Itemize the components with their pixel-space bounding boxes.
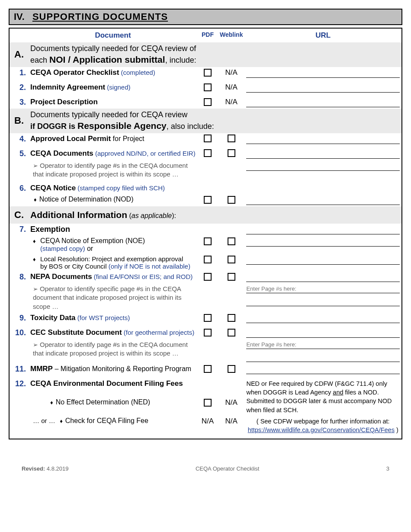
group-b-row: B. Documents typically needed for CEQA r… xyxy=(10,109,401,133)
group-b-letter: B. xyxy=(10,109,29,133)
url-field[interactable] xyxy=(246,314,400,323)
checkbox-icon[interactable] xyxy=(228,135,235,142)
url-field[interactable] xyxy=(246,150,400,159)
row-1: 1. CEQA Operator Checklist (completed) N… xyxy=(10,67,401,79)
group-b-line2: if DOGGR is Responsible Agency, also inc… xyxy=(30,120,400,131)
url-field[interactable] xyxy=(246,162,400,171)
url-field[interactable] xyxy=(246,69,400,78)
checkbox-icon[interactable] xyxy=(228,329,235,337)
url-field[interactable] xyxy=(246,365,400,374)
row-6-bullet: ♦Notice of Determination (NOD) xyxy=(10,194,401,206)
row-3: 3. Project Description N/A xyxy=(10,96,401,109)
url-field[interactable] xyxy=(246,298,400,306)
row-5: 5. CEQA Documents (approved ND/ND, or ce… xyxy=(10,148,401,160)
url-field[interactable] xyxy=(246,226,400,234)
hdr-document: Document xyxy=(29,29,197,42)
checkbox-icon[interactable] xyxy=(204,149,212,157)
checkbox-icon[interactable] xyxy=(228,314,235,322)
group-a-row: A. Documents typically needed for CEQA r… xyxy=(10,42,401,67)
checkbox-icon[interactable] xyxy=(204,365,212,373)
checkbox-icon[interactable] xyxy=(228,365,235,373)
checkbox-icon[interactable] xyxy=(228,149,235,157)
checkbox-icon[interactable] xyxy=(204,237,212,245)
hdr-url: URL xyxy=(244,29,401,42)
arrow-icon: ➢ xyxy=(33,285,38,292)
fee-note: NED or Fee required by CDFW (F&GC 711.4)… xyxy=(246,379,400,414)
checkbox-icon[interactable] xyxy=(204,98,212,106)
checkbox-icon[interactable] xyxy=(204,196,212,204)
row-8-sub: ➢Operator to identify specific page #s i… xyxy=(10,283,401,312)
checkbox-icon[interactable] xyxy=(204,256,212,263)
group-c-row: C. Additional Information (as applicable… xyxy=(10,206,401,224)
row-11: 11. MMRP – Mitigation Monitoring & Repor… xyxy=(10,363,401,375)
fee-see-also: ( See CDFW webpage for further informati… xyxy=(246,417,400,435)
url-field[interactable] xyxy=(246,84,400,93)
page-numbers-input[interactable] xyxy=(246,285,400,293)
row-7-bullet1: ♦ CEQA Notice of Exemption (NOE) (stampe… xyxy=(10,236,401,254)
checkbox-icon[interactable] xyxy=(204,273,212,281)
section-roman: IV. xyxy=(14,11,25,22)
row-12: 12. CEQA Environmental Document Filing F… xyxy=(10,378,401,397)
url-field[interactable] xyxy=(246,135,400,144)
row-10-sub: ➢Operator to identify page #s in the CEQ… xyxy=(10,339,401,363)
checkbox-icon[interactable] xyxy=(204,329,212,337)
row-6: 6. CEQA Notice (stamped copy filed with … xyxy=(10,183,401,194)
checkbox-icon[interactable] xyxy=(204,69,212,77)
url-field[interactable] xyxy=(246,196,400,205)
table-header-row: Document PDF Weblink URL xyxy=(10,29,401,42)
row-8: 8. NEPA Documents (final EA/FONSI or EIS… xyxy=(10,271,401,283)
cdfw-fees-link[interactable]: https://www.wildlife.ca.gov/Conservation… xyxy=(248,426,395,433)
row-12-bullet2: … or … ♦Check for CEQA Filing Fee N/A N/… xyxy=(10,416,401,436)
documents-table: Document PDF Weblink URL A. Documents ty… xyxy=(10,29,401,439)
row-10: 10. CEC Substitute Document (for geother… xyxy=(10,327,401,339)
section-header: IV. SUPPORTING DOCUMENTS xyxy=(9,9,402,25)
row-7-bullet2: ♦ Local Resolution: Project and exemptio… xyxy=(10,254,401,271)
diamond-icon: ♦ xyxy=(33,256,36,263)
url-field[interactable] xyxy=(246,256,400,265)
url-field[interactable] xyxy=(246,329,400,338)
group-a-line2: each NOI / Application submittal, includ… xyxy=(30,54,400,65)
row-4: 4. Approved Local Permit for Project xyxy=(10,133,401,145)
group-b-line1: Documents typically needed for CEQA revi… xyxy=(30,110,400,120)
row-9: 9. Toxicity Data (for WST projects) xyxy=(10,312,401,324)
section-title: SUPPORTING DOCUMENTS xyxy=(32,11,168,22)
hdr-pdf: PDF xyxy=(197,29,218,42)
page-footer: Revised: 4.8.2019 CEQA Operator Checklis… xyxy=(9,465,402,472)
checkbox-icon[interactable] xyxy=(204,314,212,322)
url-field[interactable] xyxy=(246,273,400,282)
hdr-weblink: Weblink xyxy=(218,29,244,42)
url-field[interactable] xyxy=(246,238,400,247)
row-2: 2. Indemnity Agreement (signed) N/A xyxy=(10,82,401,94)
diamond-icon: ♦ xyxy=(60,418,63,424)
row-7: 7. Exemption xyxy=(10,224,401,236)
supporting-documents-box: Document PDF Weblink URL A. Documents ty… xyxy=(9,28,402,439)
checkbox-icon[interactable] xyxy=(228,256,235,263)
checkbox-icon[interactable] xyxy=(204,83,212,91)
diamond-icon: ♦ xyxy=(33,238,36,244)
checkbox-icon[interactable] xyxy=(228,273,235,281)
checkbox-icon[interactable] xyxy=(204,399,212,407)
diamond-icon: ♦ xyxy=(50,399,53,406)
diamond-icon: ♦ xyxy=(34,196,37,203)
footer-revised: Revised: 4.8.2019 xyxy=(22,465,68,472)
url-field[interactable] xyxy=(246,99,400,107)
page-numbers-input[interactable] xyxy=(246,340,400,349)
group-a-letter: A. xyxy=(10,42,29,67)
footer-page: 3 xyxy=(386,465,389,472)
arrow-icon: ➢ xyxy=(33,162,38,169)
arrow-icon: ➢ xyxy=(33,341,38,348)
checkbox-icon[interactable] xyxy=(204,135,212,142)
checkbox-icon[interactable] xyxy=(228,196,235,204)
group-a-line1: Documents typically needed for CEQA revi… xyxy=(30,44,400,54)
checkbox-icon[interactable] xyxy=(228,237,235,245)
group-c-letter: C. xyxy=(10,206,29,224)
url-field[interactable] xyxy=(246,353,400,362)
row-5-sub: ➢Operator to identify page #s in the CEQ… xyxy=(10,160,401,180)
footer-center: CEQA Operator Checklist xyxy=(196,465,259,472)
